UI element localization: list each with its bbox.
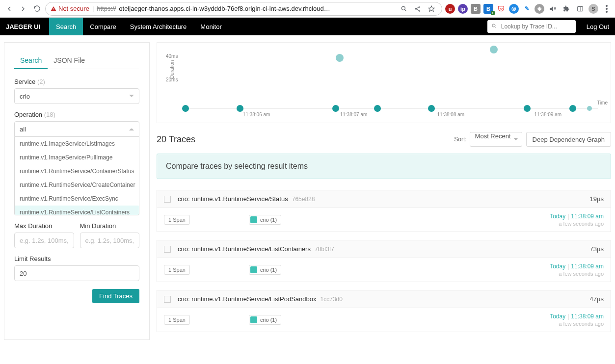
sidebar-tab-search[interactable]: Search — [14, 52, 48, 69]
service-color-icon — [250, 216, 257, 223]
service-chip: crio (1) — [249, 315, 281, 325]
trace-card[interactable]: crio: runtime.v1.RuntimeService/Status76… — [157, 190, 611, 232]
search-icon — [491, 23, 497, 30]
svg-line-3 — [405, 9, 406, 11]
zoom-icon[interactable] — [399, 3, 409, 14]
operation-option[interactable]: runtime.v1.RuntimeService/ContainerStatu… — [15, 164, 139, 178]
security-text: Not secure — [58, 5, 89, 12]
chart-point[interactable] — [569, 105, 576, 112]
header-tab-system-architecture[interactable]: System Architecture — [123, 18, 194, 35]
service-select[interactable]: crio — [14, 88, 139, 104]
chart-point[interactable] — [237, 105, 243, 112]
header-tab-compare[interactable]: Compare — [83, 18, 123, 35]
trace-checkbox[interactable] — [164, 296, 171, 303]
address-bar[interactable]: Not secure | https:// oteljaeger-thanos.… — [45, 2, 442, 16]
share-icon[interactable] — [412, 3, 423, 14]
service-color-icon — [250, 316, 257, 323]
mindur-label: Min Duration — [80, 222, 140, 230]
find-traces-button[interactable]: Find Traces — [92, 289, 139, 303]
trace-timestamp: Today|11:38:09 ama few seconds ago — [550, 313, 604, 327]
deep-dependency-button[interactable]: Deep Dependency Graph — [526, 132, 611, 147]
trace-checkbox[interactable] — [164, 246, 171, 253]
svg-point-16 — [606, 8, 608, 10]
service-chip: crio (1) — [249, 215, 281, 225]
operation-dropdown: runtime.v1.ImageService/ListImagesruntim… — [14, 137, 139, 215]
ext-blue-icon[interactable]: ◎ — [509, 4, 519, 14]
app-logo: JAEGER UI — [6, 23, 40, 30]
trace-id: 70bf3f7 — [315, 246, 334, 253]
menu-icon[interactable] — [601, 3, 612, 14]
operation-select[interactable]: all — [14, 121, 139, 137]
trace-card[interactable]: crio: runtime.v1.RuntimeService/ListPodS… — [157, 290, 611, 332]
svg-rect-0 — [53, 8, 54, 9]
ext-b2-icon[interactable]: B 1 — [483, 4, 493, 14]
trace-id: 765e828 — [292, 196, 315, 203]
chart-point[interactable] — [182, 105, 189, 112]
header-tab-monitor[interactable]: Monitor — [193, 18, 228, 35]
reload-icon[interactable] — [31, 3, 42, 14]
ext-purple-icon[interactable]: ip — [458, 4, 468, 14]
mute-icon[interactable] — [547, 3, 558, 14]
mindur-input[interactable] — [80, 233, 140, 248]
service-label: Service (2) — [14, 78, 139, 85]
lookup-input[interactable] — [500, 23, 576, 30]
header-tab-search[interactable]: Search — [49, 18, 83, 35]
trace-name: crio: runtime.v1.RuntimeService/ListCont… — [178, 245, 311, 253]
trace-duration: 47µs — [590, 295, 604, 303]
svg-rect-13 — [578, 6, 583, 11]
sort-select[interactable]: Most Recent — [470, 132, 522, 147]
limit-input[interactable] — [14, 265, 139, 281]
svg-point-2 — [401, 6, 405, 10]
maxdur-label: Max Duration — [14, 222, 74, 230]
results-header: 20 Traces Sort: Most Recent Deep Depende… — [157, 132, 611, 147]
operation-label: Operation (18) — [14, 111, 139, 118]
lookup-box[interactable] — [487, 20, 576, 33]
scatter-chart: Duration Time 20ms40ms11:38:06 am11:38:0… — [157, 42, 611, 123]
svg-line-19 — [495, 26, 496, 28]
operation-option[interactable]: runtime.v1.RuntimeService/ExecSync — [15, 192, 139, 206]
browser-toolbar: Not secure | https:// oteljaeger-thanos.… — [0, 0, 615, 18]
app-header: JAEGER UI SearchCompareSystem Architectu… — [0, 18, 615, 35]
trace-checkbox[interactable] — [164, 196, 171, 203]
span-count-badge: 1 Span — [164, 215, 190, 225]
ext-pocket-icon[interactable] — [496, 4, 506, 14]
url-scheme: https:// — [97, 5, 116, 12]
chart-point[interactable] — [524, 105, 531, 112]
chart-point[interactable] — [374, 105, 381, 112]
service-chip: crio (1) — [249, 265, 281, 275]
star-icon[interactable] — [426, 3, 437, 14]
profile-avatar[interactable]: S — [588, 4, 598, 14]
y-axis-label: Duration — [169, 60, 175, 79]
sidebar-tab-jsonfile[interactable]: JSON File — [48, 52, 91, 69]
chart-point[interactable] — [587, 106, 592, 111]
chart-point[interactable] — [428, 105, 435, 112]
logout-link[interactable]: Log Out — [587, 23, 609, 30]
trace-count: 20 Traces — [157, 134, 195, 145]
operation-option[interactable]: runtime.v1.ImageService/ListImages — [15, 137, 139, 151]
chart-point[interactable] — [332, 105, 339, 112]
trace-timestamp: Today|11:38:09 ama few seconds ago — [550, 213, 604, 227]
extensions-icon[interactable] — [561, 3, 572, 14]
trace-card[interactable]: crio: runtime.v1.RuntimeService/ListCont… — [157, 240, 611, 282]
ext-ublock-icon[interactable]: u — [445, 4, 455, 14]
chevron-up-icon — [129, 127, 134, 131]
sidepanel-icon[interactable] — [575, 3, 586, 14]
maxdur-input[interactable] — [14, 233, 74, 248]
svg-point-18 — [492, 24, 495, 27]
chart-point[interactable] — [336, 54, 344, 62]
x-tick: 11:38:06 am — [243, 112, 270, 117]
ext-grey-icon[interactable]: B — [471, 4, 481, 14]
ext-cube-icon[interactable]: ◈ — [535, 4, 544, 14]
operation-option[interactable]: runtime.v1.RuntimeService/CreateContaine… — [15, 178, 139, 192]
y-tick: 40ms — [166, 53, 178, 59]
search-sidebar: Search JSON File Service (2) crio Operat… — [4, 42, 150, 340]
svg-point-5 — [415, 8, 416, 9]
back-icon[interactable] — [4, 3, 15, 14]
operation-option[interactable]: runtime.v1.RuntimeService/ListContainers — [15, 206, 139, 215]
operation-option[interactable]: runtime.v1.ImageService/PullImage — [15, 151, 139, 164]
ext-badge: 1 — [491, 11, 495, 15]
chart-point[interactable] — [490, 46, 498, 53]
security-warning: Not secure — [51, 5, 89, 12]
ext-feather-icon[interactable]: ✎ — [522, 4, 532, 14]
forward-icon[interactable] — [18, 3, 28, 14]
